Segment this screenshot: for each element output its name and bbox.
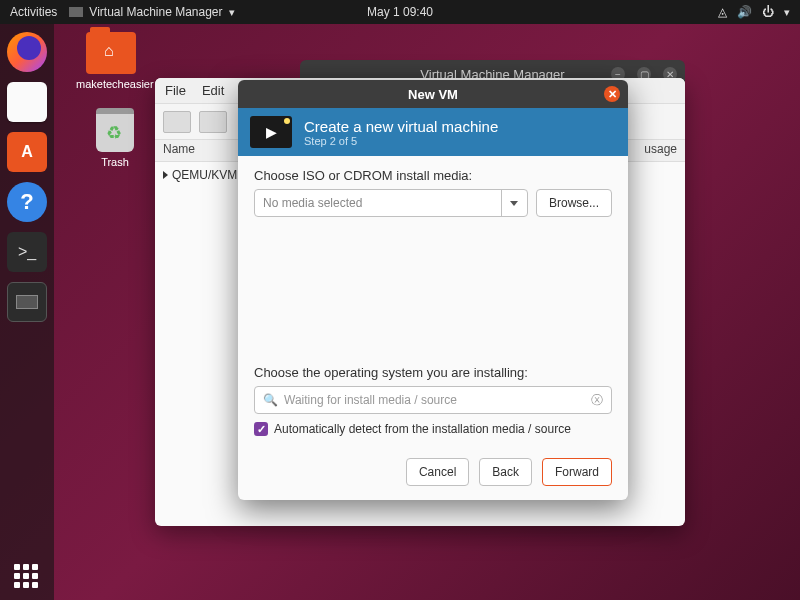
dock: A ? >_ [0,24,54,600]
menu-file[interactable]: File [165,83,186,98]
checkbox-checked-icon[interactable]: ✓ [254,422,268,436]
search-icon: 🔍 [263,393,278,407]
new-vm-dialog: New VM ✕ Create a new virtual machine St… [238,80,628,500]
expand-caret-icon[interactable] [163,171,168,179]
chevron-down-icon [510,201,518,206]
trash-icon [96,108,134,152]
dialog-title: New VM [408,87,458,102]
dialog-header-title: Create a new virtual machine [304,118,498,135]
dock-software[interactable]: A [5,130,49,174]
dock-virt-manager[interactable] [5,280,49,324]
create-vm-icon [250,116,292,148]
vmm-icon [7,282,47,322]
terminal-icon: >_ [7,232,47,272]
dialog-titlebar[interactable]: New VM ✕ [238,80,628,108]
dialog-body: Choose ISO or CDROM install media: No me… [238,156,628,448]
power-icon[interactable]: ⏻ [762,5,774,19]
vmm-indicator-icon [69,7,83,17]
desktop-folder-label: maketecheasier [76,78,146,90]
install-media-combo[interactable]: No media selected [254,189,528,217]
app-menu[interactable]: Virtual Machine Manager ▾ [69,5,234,19]
dialog-step-label: Step 2 of 5 [304,135,498,147]
desktop-trash[interactable]: Trash [80,108,150,168]
dialog-close-button[interactable]: ✕ [604,86,620,102]
autodetect-label: Automatically detect from the installati… [274,422,571,436]
system-menu-chevron-icon[interactable]: ▾ [784,6,790,19]
dock-firefox[interactable] [5,30,49,74]
os-search-placeholder: Waiting for install media / source [284,393,457,407]
folder-icon [86,32,136,74]
dock-terminal[interactable]: >_ [5,230,49,274]
activities-button[interactable]: Activities [10,5,57,19]
dialog-header: Create a new virtual machine Step 2 of 5 [238,108,628,156]
connection-label: QEMU/KVM [172,168,237,182]
dialog-footer: Cancel Back Forward [238,448,628,500]
dock-help[interactable]: ? [5,180,49,224]
clear-icon[interactable]: ⓧ [591,392,603,409]
dock-files[interactable] [5,80,49,124]
forward-button[interactable]: Forward [542,458,612,486]
show-applications-button[interactable] [14,564,38,588]
app-menu-label: Virtual Machine Manager [89,5,222,19]
menu-edit[interactable]: Edit [202,83,224,98]
os-search-input[interactable]: 🔍 Waiting for install media / source ⓧ [254,386,612,414]
media-field-label: Choose ISO or CDROM install media: [254,168,612,183]
files-icon [7,82,47,122]
firefox-icon [7,32,47,72]
toolbar-open-icon[interactable] [199,111,227,133]
autodetect-checkbox-row[interactable]: ✓ Automatically detect from the installa… [254,422,612,436]
back-button[interactable]: Back [479,458,532,486]
top-bar: Activities Virtual Machine Manager ▾ May… [0,0,800,24]
combo-dropdown-button[interactable] [501,190,527,216]
clock[interactable]: May 1 09:40 [367,5,433,19]
volume-icon[interactable]: 🔊 [737,5,752,19]
toolbar-new-vm-icon[interactable] [163,111,191,133]
desktop-folder-maketecheasier[interactable]: maketecheasier [76,32,146,90]
cancel-button[interactable]: Cancel [406,458,469,486]
chevron-down-icon: ▾ [229,6,235,19]
os-field-label: Choose the operating system you are inst… [254,365,612,380]
network-icon[interactable]: ◬ [718,5,727,19]
browse-button[interactable]: Browse... [536,189,612,217]
install-media-value: No media selected [263,196,362,210]
help-icon: ? [7,182,47,222]
column-usage[interactable]: usage [644,142,677,159]
software-icon: A [7,132,47,172]
desktop-trash-label: Trash [80,156,150,168]
